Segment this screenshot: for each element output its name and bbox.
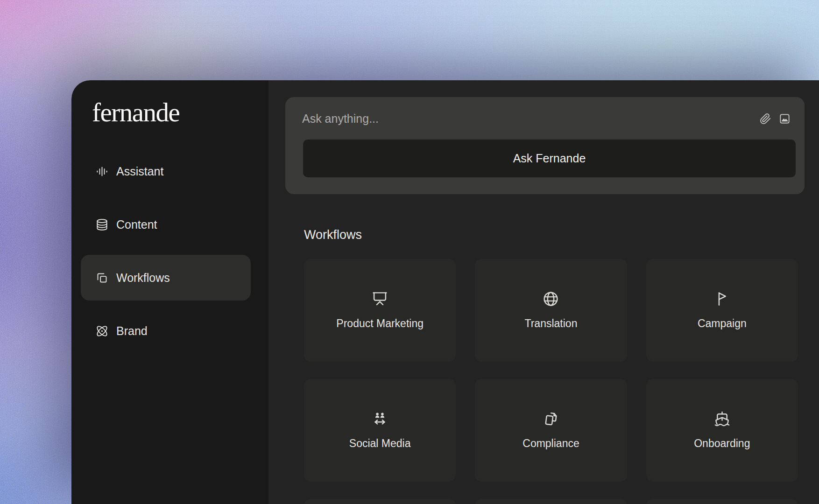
image-icon[interactable]	[779, 113, 791, 125]
card-label: Translation	[525, 317, 578, 330]
sidebar-item-brand[interactable]: Brand	[81, 308, 251, 354]
main-content: Ask Fernande Workflows Product Marketing…	[268, 80, 819, 504]
sidebar-item-label: Brand	[116, 324, 148, 338]
card-label: Product Marketing	[336, 317, 424, 330]
ask-panel: Ask Fernande	[285, 97, 805, 194]
card-social-media[interactable]: Social Media	[304, 379, 456, 482]
sidebar-item-label: Content	[116, 218, 157, 231]
sidebar: fernande Assistant Content	[71, 80, 268, 504]
sidebar-nav: Assistant Content Workflows	[81, 148, 251, 354]
card-label: Compliance	[522, 437, 579, 450]
sidebar-item-content[interactable]: Content	[81, 202, 251, 247]
ask-input[interactable]	[302, 112, 752, 126]
sidebar-item-label: Assistant	[116, 165, 163, 178]
paperclip-icon[interactable]	[760, 113, 771, 125]
card-translation[interactable]: Translation	[475, 259, 627, 362]
copy-pages-icon	[96, 272, 108, 284]
app-logo: fernande	[92, 99, 251, 126]
card-partial[interactable]	[475, 499, 627, 504]
card-campaign[interactable]: Campaign	[646, 259, 798, 362]
flag-icon	[714, 291, 730, 307]
workflow-card-grid: Product Marketing Translation Campaign	[304, 259, 798, 504]
database-icon	[96, 218, 108, 231]
card-onboarding[interactable]: Onboarding	[646, 379, 798, 482]
audio-waveform-icon	[96, 165, 108, 178]
presentation-icon	[372, 291, 388, 307]
sidebar-item-label: Workflows	[116, 271, 170, 285]
card-label: Campaign	[698, 317, 747, 330]
app-window: fernande Assistant Content	[71, 80, 819, 504]
card-partial[interactable]	[304, 499, 456, 504]
people-exchange-icon	[372, 411, 388, 427]
card-partial[interactable]	[646, 499, 798, 504]
pages-icon	[543, 411, 559, 427]
card-product-marketing[interactable]: Product Marketing	[304, 259, 456, 362]
sidebar-item-workflows[interactable]: Workflows	[81, 255, 251, 301]
ask-input-row	[302, 97, 791, 140]
section-title: Workflows	[304, 228, 805, 242]
sidebar-item-assistant[interactable]: Assistant	[81, 148, 251, 194]
globe-icon	[543, 291, 559, 307]
ship-icon	[714, 411, 730, 427]
card-compliance[interactable]: Compliance	[475, 379, 627, 482]
card-label: Onboarding	[694, 437, 750, 450]
card-label: Social Media	[349, 437, 411, 450]
atom-icon	[96, 325, 108, 337]
ask-fernande-button[interactable]: Ask Fernande	[303, 140, 796, 177]
